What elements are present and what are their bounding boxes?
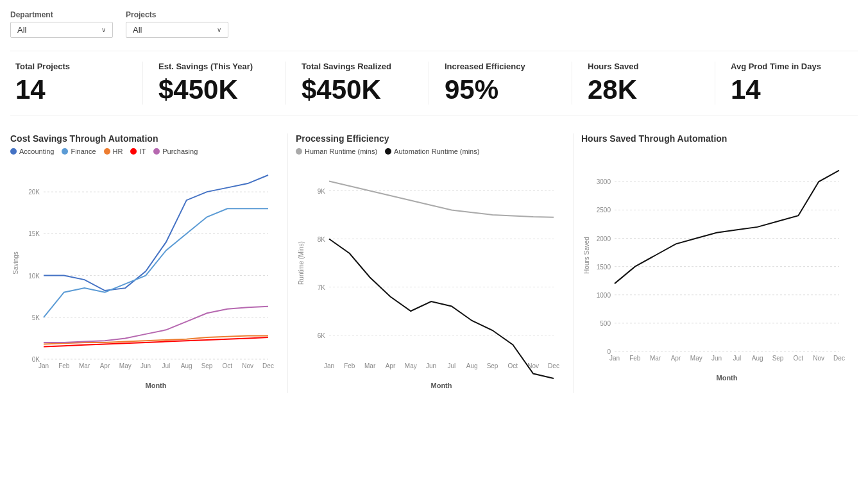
svg-text:Aug: Aug	[181, 362, 192, 369]
kpi-item-2: Total Savings Realized $450K	[286, 62, 429, 105]
kpi-item-0: Total Projects 14	[10, 62, 143, 105]
svg-text:Nov: Nov	[813, 355, 824, 362]
legend-label: IT	[139, 148, 146, 155]
svg-text:Oct: Oct	[794, 355, 804, 362]
svg-text:Jun: Jun	[140, 362, 151, 369]
cost-savings-legend: Accounting Finance HR IT Purchasing	[10, 148, 280, 155]
svg-text:Jul: Jul	[733, 355, 742, 362]
svg-text:Month: Month	[146, 382, 167, 389]
department-value: All	[17, 25, 26, 35]
svg-text:500: 500	[600, 320, 611, 327]
svg-text:8K: 8K	[318, 236, 326, 243]
projects-select[interactable]: All ∨	[126, 22, 228, 38]
svg-text:Hours Saved: Hours Saved	[583, 237, 590, 274]
svg-text:Dec: Dec	[262, 362, 274, 369]
kpi-item-4: Hours Saved 28K	[572, 62, 715, 105]
svg-text:9K: 9K	[318, 188, 326, 195]
svg-text:Sep: Sep	[772, 355, 784, 362]
kpi-value-3: 95%	[445, 75, 556, 105]
svg-text:Dec: Dec	[833, 355, 845, 362]
processing-efficiency-svg-wrap: 6K7K8K9KJanFebMarAprMayJunJulAugSepOctNo…	[296, 160, 565, 393]
kpi-label-0: Total Projects	[15, 62, 127, 71]
kpi-label-3: Increased Efficiency	[445, 62, 556, 71]
svg-text:Oct: Oct	[223, 362, 233, 369]
svg-text:2500: 2500	[597, 207, 611, 214]
svg-text:Jan: Jan	[324, 362, 334, 369]
kpi-item-1: Est. Savings (This Year) $450K	[143, 62, 286, 105]
hours-saved-chart-panel: Hours Saved Through Automation 050010001…	[574, 133, 858, 393]
svg-text:Dec: Dec	[548, 362, 559, 369]
svg-text:Savings: Savings	[12, 251, 19, 275]
legend-dot	[104, 148, 110, 155]
svg-text:Apr: Apr	[671, 355, 681, 362]
cost-savings-chart-panel: Cost Savings Through Automation Accounti…	[10, 133, 288, 393]
svg-text:Feb: Feb	[344, 362, 355, 369]
processing-efficiency-title: Processing Efficiency	[296, 133, 565, 144]
svg-text:Mar: Mar	[364, 362, 376, 369]
svg-text:Feb: Feb	[58, 362, 70, 369]
legend-item: HR	[104, 148, 123, 155]
svg-text:10K: 10K	[28, 273, 40, 280]
svg-text:6K: 6K	[318, 332, 326, 339]
projects-chevron-icon: ∨	[217, 26, 221, 33]
legend-label: Purchasing	[162, 148, 198, 155]
svg-text:Month: Month	[717, 374, 738, 382]
department-label: Department	[10, 10, 113, 19]
legend-item: Purchasing	[153, 148, 198, 155]
svg-text:Runtime (Mins): Runtime (Mins)	[298, 241, 305, 285]
legend-item: Finance	[62, 148, 96, 155]
svg-text:May: May	[119, 362, 132, 369]
kpi-value-0: 14	[15, 75, 127, 105]
legend-label: Accounting	[19, 148, 54, 155]
svg-text:Jul: Jul	[448, 362, 456, 369]
svg-text:Month: Month	[431, 382, 452, 389]
kpi-value-4: 28K	[588, 75, 699, 105]
svg-text:Jun: Jun	[426, 362, 436, 369]
legend-dot	[130, 148, 137, 155]
svg-text:Sep: Sep	[487, 362, 498, 369]
svg-text:Apr: Apr	[100, 362, 110, 369]
hours-saved-title: Hours Saved Through Automation	[581, 133, 851, 144]
projects-label: Projects	[126, 10, 228, 19]
svg-text:2000: 2000	[597, 235, 611, 242]
svg-text:Oct: Oct	[508, 362, 518, 369]
svg-text:3000: 3000	[597, 178, 611, 185]
legend-item: IT	[130, 148, 146, 155]
svg-text:20K: 20K	[28, 189, 40, 196]
projects-value: All	[133, 25, 142, 35]
department-chevron-icon: ∨	[101, 26, 106, 33]
svg-text:15K: 15K	[28, 231, 40, 238]
kpi-value-5: 14	[731, 75, 842, 105]
legend-dot	[10, 148, 17, 155]
legend-dot	[296, 148, 302, 155]
svg-text:Aug: Aug	[466, 362, 478, 369]
filters-bar: Department All ∨ Projects All ∨	[10, 10, 858, 38]
legend-item: Accounting	[10, 148, 54, 155]
legend-item: Automation Runtime (mins)	[385, 148, 479, 155]
svg-text:Sep: Sep	[201, 362, 213, 369]
legend-dot	[153, 148, 160, 155]
department-select[interactable]: All ∨	[10, 22, 113, 38]
svg-text:1500: 1500	[597, 264, 611, 271]
svg-text:Nov: Nov	[242, 362, 253, 369]
department-filter-group: Department All ∨	[10, 10, 113, 38]
svg-text:Mar: Mar	[650, 355, 661, 362]
svg-text:Jun: Jun	[711, 355, 722, 362]
legend-label: Automation Runtime (mins)	[394, 148, 479, 155]
hours-saved-svg-wrap: 050010001500200025003000JanFebMarAprMayJ…	[581, 153, 851, 385]
svg-text:Mar: Mar	[79, 362, 90, 369]
svg-text:Apr: Apr	[386, 362, 396, 369]
kpi-row: Total Projects 14Est. Savings (This Year…	[10, 51, 858, 115]
svg-text:Jul: Jul	[162, 362, 171, 369]
legend-label: Finance	[71, 148, 96, 155]
cost-savings-svg-wrap: 0K5K10K15K20KJanFebMarAprMayJunJulAugSep…	[10, 160, 280, 393]
kpi-label-5: Avg Prod Time in Days	[731, 62, 842, 71]
kpi-label-1: Est. Savings (This Year)	[158, 62, 270, 71]
kpi-value-1: $450K	[158, 75, 270, 105]
svg-text:Aug: Aug	[752, 355, 763, 362]
svg-text:5K: 5K	[32, 314, 40, 321]
legend-dot	[385, 148, 391, 155]
svg-text:Jan: Jan	[609, 355, 620, 362]
kpi-item-3: Increased Efficiency 95%	[429, 62, 572, 105]
kpi-label-2: Total Savings Realized	[302, 62, 413, 71]
